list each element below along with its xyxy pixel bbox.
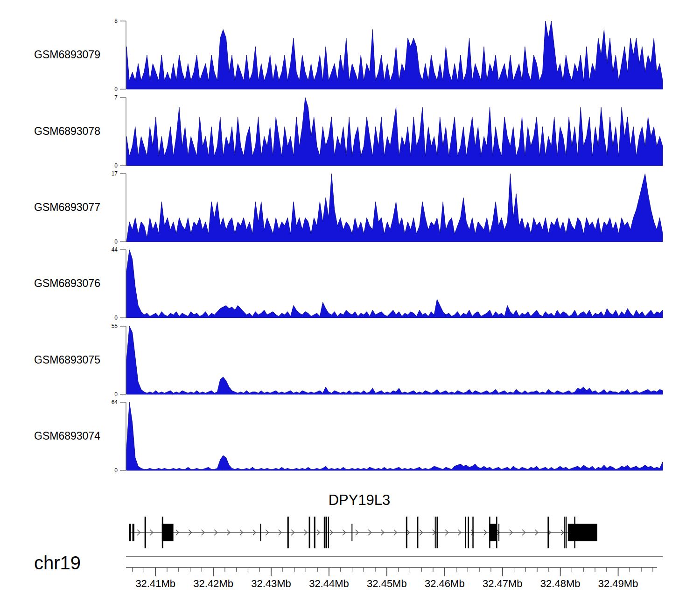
coverage-area — [126, 21, 663, 89]
axis-tick-label: 32.42Mb — [193, 579, 233, 589]
y-axis-zero-label: 0 — [99, 392, 118, 397]
exon-rect — [435, 517, 436, 548]
y-axis-max-label: 7 — [99, 95, 118, 100]
y-axis-max-label: 64 — [99, 399, 118, 405]
exon-rect — [309, 517, 310, 548]
exon-rect — [496, 517, 497, 548]
exon-rect — [468, 517, 469, 548]
axis-tick-label: 32.41Mb — [135, 579, 175, 589]
track-label: GSM6893078 — [34, 126, 120, 137]
coverage-area — [126, 326, 663, 394]
track-label: GSM6893074 — [34, 431, 120, 441]
exon-rect — [568, 524, 597, 541]
exon-rect — [566, 517, 567, 548]
y-axis-max-label: 8 — [99, 18, 118, 24]
coverage-area — [126, 174, 663, 242]
chromosome-label: chr19 — [34, 553, 81, 572]
y-axis-zero-label: 0 — [99, 239, 118, 245]
y-axis-max-label: 55 — [99, 323, 118, 329]
y-axis-zero-label: 0 — [99, 468, 118, 473]
exon-rect — [162, 524, 174, 541]
axis-tick-label: 32.47Mb — [483, 579, 523, 589]
coverage-area — [126, 98, 663, 166]
exon-rect — [260, 524, 261, 541]
exon-rect — [489, 524, 497, 541]
track-label: GSM6893079 — [34, 49, 120, 60]
exon-rect — [145, 517, 146, 548]
axis-tick-label: 32.43Mb — [251, 579, 291, 589]
axis-tick-label: 32.49Mb — [598, 579, 638, 589]
exon-rect — [437, 517, 438, 548]
exon-rect — [498, 524, 499, 541]
y-axis-zero-label: 0 — [99, 86, 118, 92]
exon-rect — [129, 524, 131, 541]
coverage-area — [126, 250, 663, 318]
axis-tick-label: 32.44Mb — [309, 579, 349, 589]
axis-tick-label: 32.46Mb — [425, 579, 465, 589]
y-axis-max-label: 44 — [99, 247, 118, 252]
exon-rect — [417, 517, 418, 548]
track-label: GSM6893076 — [34, 278, 120, 289]
exon-rect — [574, 517, 575, 548]
exon-rect — [326, 517, 327, 548]
exon-rect — [406, 517, 407, 548]
axis-tick-label: 32.45Mb — [367, 579, 407, 589]
exon-rect — [314, 517, 315, 548]
y-axis-zero-label: 0 — [99, 163, 118, 168]
exon-rect — [547, 517, 549, 548]
y-axis-zero-label: 0 — [99, 315, 118, 321]
coverage-area — [126, 402, 663, 470]
exon-rect — [324, 517, 326, 548]
track-label: GSM6893075 — [34, 355, 120, 365]
exon-rect — [133, 524, 134, 541]
genome-browser-figure: GSM689307980GSM689307870GSM6893077170GSM… — [0, 0, 700, 616]
y-axis-max-label: 17 — [99, 171, 118, 176]
exon-rect — [465, 517, 466, 548]
track-label: GSM6893077 — [34, 202, 120, 213]
exon-rect — [472, 517, 474, 548]
exon-rect — [564, 517, 565, 548]
genome-browser-canvas — [0, 0, 700, 616]
exon-rect — [328, 517, 329, 548]
exon-rect — [351, 524, 352, 541]
axis-tick-label: 32.48Mb — [540, 579, 581, 589]
gene-name-label: DPY19L3 — [329, 493, 391, 507]
exon-rect — [287, 517, 289, 548]
